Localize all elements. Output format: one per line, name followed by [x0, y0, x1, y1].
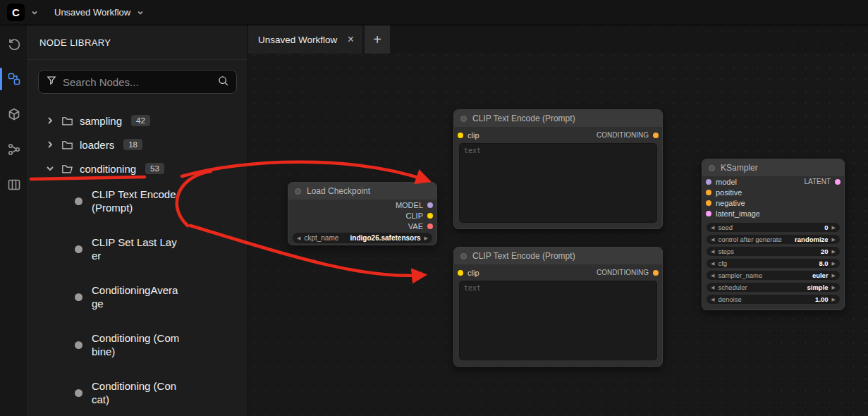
widget-cfg[interactable]: ◀ cfg 8.0 ▶	[707, 259, 840, 268]
history-icon[interactable]	[0, 35, 28, 52]
port-dot-conditioning[interactable]	[706, 200, 711, 206]
port-dot-model[interactable]	[706, 179, 711, 185]
list-item-conditioning-combine[interactable]: Conditioning (Combine)	[75, 331, 248, 358]
folder-loaders[interactable]: loaders 18	[28, 133, 248, 157]
port-dot-conditioning[interactable]	[653, 270, 659, 276]
text-input[interactable]: text	[459, 143, 657, 223]
decrement-arrow-icon[interactable]: ◀	[711, 285, 714, 290]
folder-icon	[61, 140, 73, 150]
model-library-icon[interactable]	[0, 106, 28, 123]
widget-ckpt-name[interactable]: ◀ ckpt_name indigo26.safetensors ▶	[293, 233, 432, 243]
node-header[interactable]: CLIP Text Encode (Prompt)	[454, 110, 662, 127]
increment-arrow-icon[interactable]: ▶	[832, 237, 836, 242]
output-port-model[interactable]: MODEL	[396, 201, 433, 209]
node-library-icon[interactable]	[0, 71, 28, 87]
increment-arrow-icon[interactable]: ▶	[832, 273, 836, 278]
input-port-model[interactable]: model	[706, 178, 737, 186]
search-icon[interactable]	[217, 75, 229, 90]
workflow-tabbar: Unsaved Workflow × +	[248, 25, 868, 54]
node-load-checkpoint[interactable]: Load Checkpoint MODEL CLIP VAE ◀ ckpt_na…	[288, 182, 437, 245]
port-dot-conditioning[interactable]	[706, 190, 711, 195]
input-port-latent-image[interactable]: latent_image	[706, 209, 760, 218]
decrement-arrow-icon[interactable]: ◀	[711, 237, 714, 242]
output-port-vae[interactable]: VAE	[408, 222, 433, 231]
list-item-conditioning-concat[interactable]: Conditioning (Concat)	[75, 379, 248, 406]
node-collapse-dot[interactable]	[460, 116, 467, 122]
folder-count-badge: 42	[131, 115, 150, 126]
folder-conditioning[interactable]: conditioning 53	[28, 157, 248, 181]
decrement-arrow-icon[interactable]: ◀	[711, 297, 714, 302]
port-dot-latent[interactable]	[706, 211, 711, 216]
text-input[interactable]: text	[459, 281, 657, 360]
port-dot-clip[interactable]	[458, 133, 463, 138]
output-port-latent[interactable]: LATENT	[804, 178, 841, 185]
next-value-arrow-icon[interactable]: ▶	[424, 235, 428, 240]
input-port-positive[interactable]: positive	[706, 188, 742, 197]
node-collapse-dot[interactable]	[295, 188, 301, 195]
workflow-title-menu[interactable]: Unsaved Workflow	[54, 7, 146, 18]
output-port-clip[interactable]: CLIP	[406, 212, 433, 220]
port-row: positive	[702, 187, 844, 197]
port-dot-latent[interactable]	[835, 179, 841, 185]
input-port-clip[interactable]: clip	[458, 131, 479, 140]
decrement-arrow-icon[interactable]: ◀	[711, 261, 714, 266]
node-clip-text-encode-1[interactable]: CLIP Text Encode (Prompt) clip CONDITION…	[453, 109, 663, 229]
node-clip-text-encode-2[interactable]: CLIP Text Encode (Prompt) clip CONDITION…	[453, 247, 663, 367]
input-port-negative[interactable]: negative	[706, 199, 745, 207]
port-dot-clip[interactable]	[427, 213, 433, 219]
folder-label: loaders	[80, 139, 114, 151]
workflow-chevron-down-icon	[135, 7, 146, 18]
new-tab-button[interactable]: +	[365, 25, 390, 54]
comfyui-logo[interactable]: C	[7, 4, 25, 21]
decrement-arrow-icon[interactable]: ◀	[711, 273, 714, 278]
node-header[interactable]: CLIP Text Encode (Prompt)	[454, 247, 662, 264]
node-header[interactable]: Load Checkpoint	[288, 183, 436, 200]
port-dot-clip[interactable]	[458, 270, 463, 276]
filter-funnel-icon[interactable]	[46, 75, 57, 89]
widget-scheduler[interactable]: ◀ scheduler simple ▶	[707, 283, 840, 292]
increment-arrow-icon[interactable]: ▶	[832, 297, 836, 302]
increment-arrow-icon[interactable]: ▶	[832, 249, 836, 254]
list-item-clip-text-encode[interactable]: CLIP Text Encode (Prompt)	[75, 188, 248, 214]
widget-seed[interactable]: ◀ seed 0 ▶	[707, 223, 840, 232]
tab-unsaved-workflow[interactable]: Unsaved Workflow ×	[248, 25, 362, 54]
node-collapse-dot[interactable]	[460, 253, 467, 259]
port-dot-conditioning[interactable]	[653, 133, 659, 138]
sidebar-rail	[0, 25, 28, 416]
widget-value: 0	[824, 224, 828, 231]
node-item-label: Conditioning (Combine)	[92, 331, 181, 358]
node-tree: sampling 42 loaders 18 conditioning 53 C…	[28, 109, 248, 406]
increment-arrow-icon[interactable]: ▶	[832, 225, 836, 230]
widget-denoise[interactable]: ◀ denoise 1.00 ▶	[707, 295, 840, 304]
node-header[interactable]: KSampler	[702, 159, 844, 176]
folder-sampling[interactable]: sampling 42	[28, 109, 248, 133]
list-item-conditioning-average[interactable]: ConditioningAverage	[75, 283, 248, 310]
search-box[interactable]	[38, 70, 237, 94]
close-icon[interactable]: ×	[348, 34, 354, 45]
port-dot-vae[interactable]	[427, 224, 433, 229]
widget-control-after-generate[interactable]: ◀ control after generate randomize ▶	[707, 235, 840, 244]
decrement-arrow-icon[interactable]: ◀	[711, 249, 714, 254]
output-port-conditioning[interactable]: CONDITIONING	[597, 269, 659, 276]
search-input[interactable]	[63, 76, 212, 88]
folder-count-badge: 53	[145, 163, 164, 174]
output-port-conditioning[interactable]: CONDITIONING	[597, 131, 659, 139]
increment-arrow-icon[interactable]: ▶	[832, 261, 836, 266]
port-label: model	[716, 178, 737, 186]
decrement-arrow-icon[interactable]: ◀	[711, 225, 714, 230]
prev-value-arrow-icon[interactable]: ◀	[297, 235, 300, 240]
templates-icon[interactable]	[0, 176, 28, 193]
workflows-icon[interactable]	[0, 141, 28, 158]
node-bullet-icon	[75, 389, 82, 397]
increment-arrow-icon[interactable]: ▶	[832, 285, 836, 290]
node-collapse-dot[interactable]	[709, 165, 715, 171]
port-dot-model[interactable]	[427, 202, 433, 208]
input-port-clip[interactable]: clip	[458, 269, 479, 277]
widget-steps[interactable]: ◀ steps 20 ▶	[707, 247, 840, 256]
logo-menu-chevron-down-icon[interactable]	[29, 7, 40, 18]
list-item-clip-set-last-layer[interactable]: CLIP Set Last Layer	[75, 235, 248, 262]
node-title: KSampler	[721, 163, 758, 173]
node-ksampler[interactable]: KSampler model LATENT positive negative	[702, 159, 845, 310]
widget-sampler-name[interactable]: ◀ sampler_name euler ▶	[707, 271, 840, 280]
port-label: VAE	[408, 222, 423, 231]
